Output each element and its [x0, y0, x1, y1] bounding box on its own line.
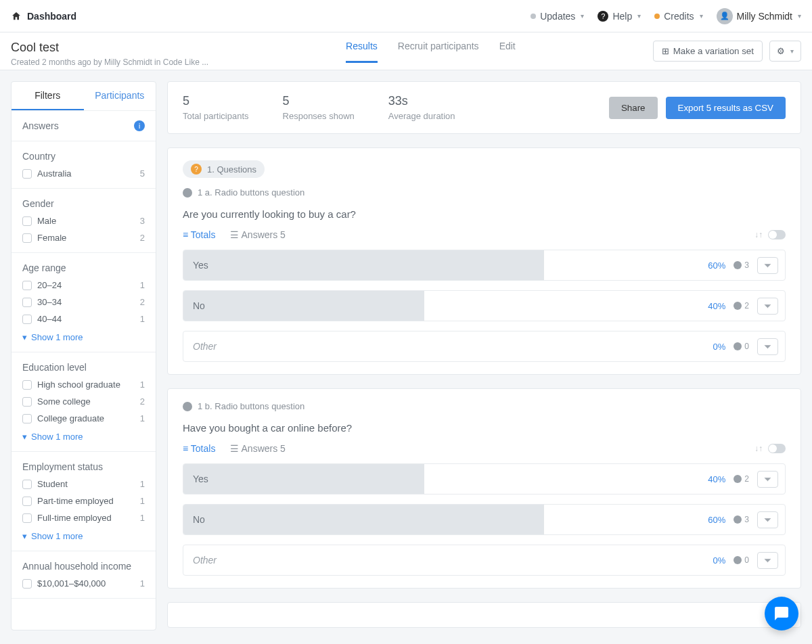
summary-stats: 5Total participants 5Responses shown 33s… — [167, 81, 801, 134]
chevron-down-icon: ▾ — [637, 12, 641, 20]
sort-icon[interactable]: ↓↑ — [754, 444, 763, 453]
radio-icon — [183, 402, 192, 411]
filter-item[interactable]: 30–342 — [22, 297, 145, 307]
export-csv-button[interactable]: Export 5 results as CSV — [666, 97, 786, 119]
radio-icon — [183, 188, 192, 198]
checkbox[interactable] — [22, 414, 32, 423]
question-title: Are you currently looking to buy a car? — [183, 208, 786, 220]
filter-item[interactable]: Part-time employed1 — [22, 496, 145, 506]
sidebar-tab-filters[interactable]: Filters — [12, 82, 84, 110]
sort-toggle[interactable] — [768, 444, 786, 453]
answer-label: No — [183, 514, 205, 525]
chevron-down-icon: ▾ — [581, 12, 584, 20]
checkbox[interactable] — [22, 380, 32, 390]
filter-item[interactable]: Full-time employed1 — [22, 513, 145, 523]
section-chip[interactable]: ? 1. Questions — [183, 160, 265, 178]
stat-duration-label: Average duration — [388, 111, 455, 121]
tab-recruit[interactable]: Recruit participants — [398, 41, 479, 63]
filter-answer-button[interactable]: ⏷ — [757, 298, 778, 315]
stat-duration-value: 33s — [388, 94, 455, 108]
variation-icon: ⊞ — [662, 46, 669, 56]
question-title: Have you bought a car online before? — [183, 422, 786, 434]
sort-icon[interactable]: ↓↑ — [754, 230, 763, 239]
answer-count: 3 — [734, 515, 749, 524]
help-menu[interactable]: ? Help ▾ — [597, 11, 641, 22]
sidebar-tab-participants[interactable]: Participants — [84, 82, 156, 110]
view-answers[interactable]: ☰ Answers 5 — [230, 443, 285, 454]
answer-count: 2 — [734, 301, 749, 310]
answer-label: Yes — [183, 474, 208, 484]
credits-menu[interactable]: Credits ▾ — [654, 11, 702, 22]
chevron-down-icon: ▾ — [700, 12, 703, 20]
filter-item[interactable]: College graduate1 — [22, 413, 145, 423]
user-menu[interactable]: 👤 Milly Schmidt ▾ — [717, 8, 801, 24]
info-icon: i — [134, 120, 145, 131]
view-totals[interactable]: ≡ Totals — [183, 443, 215, 454]
checkbox[interactable] — [22, 233, 32, 243]
answer-label: Yes — [183, 260, 208, 271]
checkbox[interactable] — [22, 480, 32, 489]
filter-answer-button[interactable]: ⏷ — [757, 338, 778, 355]
make-variation-button[interactable]: ⊞ Make a variation set — [653, 41, 763, 62]
filter-item[interactable]: High school graduate1 — [22, 380, 145, 390]
tab-edit[interactable]: Edit — [499, 41, 516, 63]
checkbox[interactable] — [22, 497, 32, 506]
answer-percent: 0% — [713, 342, 726, 352]
filter-answer-button[interactable]: ⏷ — [757, 471, 778, 488]
filter-section-education: Education level High school graduate1 So… — [12, 352, 156, 452]
answer-count: 2 — [734, 474, 749, 484]
answer-bar: Other0%0⏷ — [183, 331, 786, 362]
view-totals[interactable]: ≡ Totals — [183, 229, 215, 240]
list-icon: ☰ — [230, 443, 241, 454]
answer-bar: No60%3⏷ — [183, 504, 786, 535]
checkbox[interactable] — [22, 169, 32, 179]
intercom-launcher[interactable] — [765, 597, 798, 630]
filter-answer-button[interactable]: ⏷ — [757, 257, 778, 274]
show-more[interactable]: ▾Show 1 more — [22, 531, 145, 541]
filter-item[interactable]: $10,001–$40,0001 — [22, 578, 145, 589]
help-label: Help — [612, 11, 632, 22]
checkbox[interactable] — [22, 579, 32, 589]
filters-sidebar: Filters Participants Answers i Country A… — [11, 81, 156, 630]
user-name: Milly Schmidt — [737, 11, 792, 22]
answer-percent: 0% — [713, 555, 726, 566]
sort-toggle[interactable] — [768, 230, 786, 239]
filter-answer-button[interactable]: ⏷ — [757, 552, 778, 569]
dashboard-link[interactable]: Dashboard — [11, 11, 76, 22]
show-more[interactable]: ▾Show 1 more — [22, 332, 145, 342]
updates-label: Updates — [540, 11, 575, 22]
filter-item[interactable]: Student1 — [22, 479, 145, 489]
gear-icon: ⚙ — [777, 46, 785, 56]
filter-item[interactable]: 20–241 — [22, 280, 145, 290]
view-answers[interactable]: ☰ Answers 5 — [230, 229, 285, 240]
filter-item[interactable]: Female2 — [22, 233, 145, 243]
filter-answer-button[interactable]: ⏷ — [757, 511, 778, 528]
settings-button[interactable]: ⚙ ▾ — [769, 41, 801, 62]
checkbox[interactable] — [22, 513, 32, 523]
avatar: 👤 — [717, 8, 733, 24]
answer-count: 3 — [734, 260, 749, 270]
checkbox[interactable] — [22, 281, 32, 290]
show-more[interactable]: ▾Show 1 more — [22, 432, 145, 442]
credits-dot — [654, 14, 660, 19]
header-bar: Cool test Created 2 months ago by Milly … — [0, 32, 812, 70]
filter-item[interactable]: Australia 5 — [22, 168, 145, 179]
bar-fill — [183, 464, 424, 494]
checkbox[interactable] — [22, 298, 32, 307]
tab-results[interactable]: Results — [346, 41, 378, 63]
filter-item[interactable]: Some college2 — [22, 396, 145, 407]
checkbox[interactable] — [22, 397, 32, 407]
filter-item[interactable]: 40–441 — [22, 314, 145, 324]
checkbox[interactable] — [22, 315, 32, 324]
filter-section-age: Age range 20–241 30–342 40–441 ▾Show 1 m… — [12, 253, 156, 352]
share-button[interactable]: Share — [609, 97, 658, 119]
filter-section-answers[interactable]: Answers i — [22, 120, 145, 131]
answer-bar: Other0%0⏷ — [183, 545, 786, 576]
updates-menu[interactable]: Updates ▾ — [531, 11, 584, 22]
filter-section-income: Annual household income $10,001–$40,0001 — [12, 551, 156, 599]
chevron-down-icon: ▾ — [22, 531, 27, 541]
answer-percent: 40% — [708, 474, 725, 484]
filter-item[interactable]: Male3 — [22, 216, 145, 226]
checkbox[interactable] — [22, 216, 32, 226]
chevron-down-icon: ▾ — [22, 332, 27, 342]
